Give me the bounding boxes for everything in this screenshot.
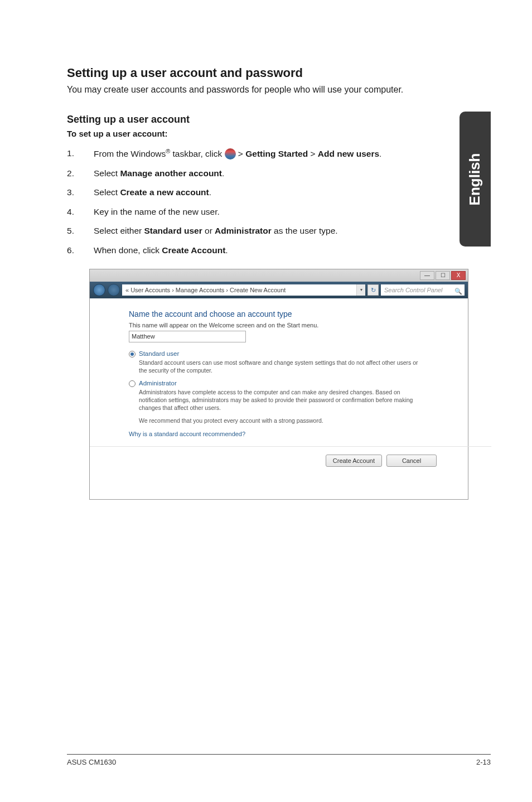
search-placeholder: Search Control Panel: [384, 287, 443, 293]
step-bold: Create a new account: [120, 187, 209, 197]
window-maximize-button[interactable]: ☐: [436, 271, 450, 280]
trademark: ®: [166, 148, 170, 154]
page-footer: ASUS CM1630 2-13: [67, 754, 491, 766]
dialog-body: Name the account and choose an account t…: [90, 298, 468, 499]
step-text: .: [209, 187, 211, 197]
steps-list: From the Windows® taskbar, click > Getti…: [67, 147, 468, 257]
nav-back-button[interactable]: [93, 284, 105, 296]
cancel-button[interactable]: Cancel: [386, 455, 437, 467]
nav-forward-button[interactable]: [108, 284, 120, 296]
step-text: Key in the name of the new user.: [94, 207, 220, 216]
step-item: Select Create a new account.: [67, 186, 468, 199]
step-text: Select: [94, 168, 120, 178]
step-text: Select either: [94, 226, 144, 235]
step-text: .: [225, 245, 228, 255]
window-minimize-button[interactable]: —: [420, 271, 434, 280]
explorer-nav-bar: « User Accounts › Manage Accounts › Crea…: [90, 282, 468, 298]
embedded-screenshot: — ☐ X « User Accounts › Manage Accounts …: [89, 269, 468, 500]
radio-label: Standard user: [139, 350, 179, 357]
step-bold: Manage another account: [120, 168, 222, 178]
step-text: When done, click: [94, 245, 162, 255]
section-caption: To set up a user account:: [67, 129, 468, 138]
dialog-subtitle: This name will appear on the Welcome scr…: [129, 322, 452, 328]
intro-text: You may create user accounts and passwor…: [67, 85, 468, 95]
radio-administrator[interactable]: Administrator: [129, 380, 452, 387]
step-text: >: [236, 149, 246, 158]
step-bold: Getting Started: [245, 149, 308, 158]
search-input[interactable]: Search Control Panel 🔍: [381, 284, 465, 296]
page-heading: Setting up a user account and password: [67, 66, 468, 80]
step-item: Select Manage another account.: [67, 167, 468, 180]
breadcrumb-text: « User Accounts › Manage Accounts › Crea…: [125, 287, 286, 293]
search-icon: 🔍: [454, 286, 462, 297]
windows-start-icon: [225, 148, 236, 160]
dialog-button-row: Create Account Cancel: [129, 447, 452, 467]
step-text: >: [308, 149, 318, 158]
step-item: When done, click Create Account.: [67, 244, 468, 257]
radio-description: Standard account users can use most soft…: [139, 359, 423, 374]
recommendation-text: We recommend that you protect every acco…: [139, 417, 452, 424]
step-bold: Add new users: [318, 149, 379, 158]
create-account-button[interactable]: Create Account: [326, 455, 382, 467]
step-bold: Create Account: [162, 245, 225, 255]
address-dropdown-icon[interactable]: ▾: [356, 284, 365, 296]
step-text: or: [202, 226, 215, 235]
account-name-input[interactable]: [129, 331, 246, 342]
step-item: Key in the name of the new user.: [67, 206, 468, 218]
step-text: From the Windows: [94, 149, 166, 158]
step-text: Select: [94, 187, 120, 197]
radio-icon: [129, 380, 136, 387]
language-label: English: [467, 153, 484, 205]
radio-icon: [129, 351, 136, 357]
radio-label: Administrator: [139, 380, 177, 386]
window-titlebar: — ☐ X: [90, 269, 468, 282]
dialog-title: Name the account and choose an account t…: [129, 310, 452, 318]
step-item: Select either Standard user or Administr…: [67, 225, 468, 237]
address-breadcrumb[interactable]: « User Accounts › Manage Accounts › Crea…: [122, 284, 365, 296]
footer-page-number: 2-13: [476, 758, 491, 766]
step-bold: Administrator: [215, 226, 272, 235]
help-link[interactable]: Why is a standard account recommended?: [129, 431, 452, 437]
radio-standard-user[interactable]: Standard user: [129, 350, 452, 357]
radio-description: Administrators have complete access to t…: [139, 389, 423, 412]
step-text: .: [222, 168, 224, 178]
footer-product: ASUS CM1630: [67, 758, 116, 766]
step-text: as the user type.: [272, 226, 338, 235]
step-text: taskbar, click: [170, 149, 224, 158]
step-bold: Standard user: [144, 226, 202, 235]
section-heading: Setting up a user account: [67, 114, 468, 125]
step-text: .: [379, 149, 381, 158]
window-close-button[interactable]: X: [451, 271, 466, 280]
refresh-button[interactable]: ↻: [367, 284, 379, 296]
main-content: Setting up a user account and password Y…: [67, 66, 468, 500]
step-item: From the Windows® taskbar, click > Getti…: [67, 147, 468, 161]
